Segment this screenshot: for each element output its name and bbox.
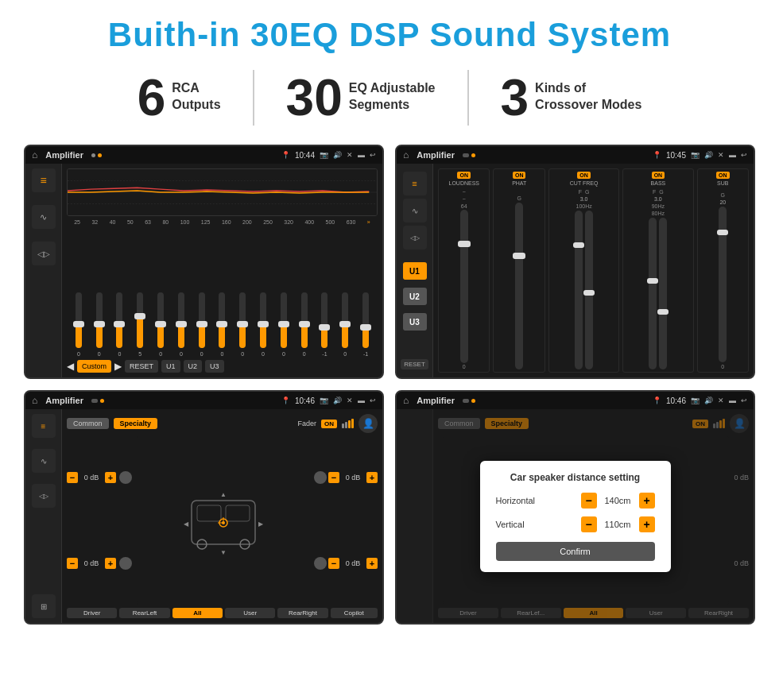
app-title-3: Amplifier bbox=[45, 396, 83, 405]
plus-btn-br[interactable]: + bbox=[366, 558, 378, 569]
eq-val: 0 bbox=[77, 351, 80, 357]
phat-toggle[interactable]: ON bbox=[513, 172, 526, 179]
eq-slider-track[interactable] bbox=[281, 292, 287, 348]
minus-btn-tl[interactable]: − bbox=[67, 472, 78, 483]
loudness-toggle[interactable]: ON bbox=[457, 172, 471, 179]
prev-icon[interactable]: ◀ bbox=[67, 361, 74, 372]
eq-sidebar-btn-3[interactable]: ◁▷ bbox=[32, 242, 56, 265]
settings-icon[interactable]: 👤 bbox=[358, 414, 378, 433]
plus-btn-tr[interactable]: + bbox=[366, 472, 378, 483]
horizontal-plus[interactable]: + bbox=[639, 493, 655, 509]
eq-slider-col: 0 bbox=[253, 292, 273, 357]
cutfreq-slider-2[interactable] bbox=[585, 211, 593, 369]
u2-side-btn[interactable]: U2 bbox=[403, 288, 427, 305]
minus-btn-bl[interactable]: − bbox=[67, 558, 78, 569]
eq-slider-track[interactable] bbox=[76, 292, 82, 348]
eq-slider-track[interactable] bbox=[137, 292, 143, 348]
eq-slider-track[interactable] bbox=[239, 292, 246, 348]
reset-side-btn[interactable]: RESET bbox=[401, 359, 428, 369]
svg-text:◀: ◀ bbox=[184, 520, 189, 528]
vertical-plus[interactable]: + bbox=[639, 516, 655, 532]
u2-btn[interactable]: U2 bbox=[184, 360, 203, 373]
phat-slider[interactable] bbox=[515, 203, 523, 369]
sub-toggle[interactable]: ON bbox=[716, 172, 730, 179]
u3-side-btn[interactable]: U3 bbox=[403, 313, 427, 331]
eq-label: 160 bbox=[222, 219, 231, 225]
eq-slider-track[interactable] bbox=[199, 292, 205, 348]
eq-slider-track[interactable] bbox=[342, 292, 348, 348]
plus-btn-tl[interactable]: + bbox=[105, 472, 116, 483]
home-icon-3[interactable]: ⌂ bbox=[32, 395, 37, 406]
spk-sidebar-btn-1[interactable]: ≡ bbox=[32, 414, 56, 438]
car-svg: ▲ ▼ ◀ ▶ bbox=[180, 485, 267, 556]
status-bar-1: ⌂ Amplifier 📍 10:44 📷 🔊 ✕ ▬ ↩ bbox=[25, 146, 382, 164]
speaker-icon-bl bbox=[119, 557, 132, 570]
eq-slider-track[interactable] bbox=[260, 292, 266, 348]
eq-label: 100 bbox=[180, 219, 190, 225]
home-icon-1[interactable]: ⌂ bbox=[32, 149, 37, 160]
rearright-btn[interactable]: RearRight bbox=[277, 608, 327, 618]
minus-btn-tr[interactable]: − bbox=[328, 472, 339, 483]
eq-val: 0 bbox=[118, 351, 122, 357]
spk-sidebar-btn-4[interactable]: ⊞ bbox=[32, 594, 56, 618]
dist-all-btn: All bbox=[564, 608, 624, 618]
cross-sidebar-btn-2[interactable]: ∿ bbox=[403, 199, 427, 222]
eq-sidebar-btn-2[interactable]: ∿ bbox=[32, 205, 56, 229]
all-btn[interactable]: All bbox=[172, 608, 223, 618]
eq-slider-track[interactable] bbox=[116, 292, 122, 348]
common-tab[interactable]: Common bbox=[67, 418, 109, 429]
spk-sidebar-btn-3[interactable]: ◁▷ bbox=[32, 484, 56, 508]
spk-sidebar-btn-2[interactable]: ∿ bbox=[32, 449, 56, 473]
home-icon-4[interactable]: ⌂ bbox=[403, 395, 409, 406]
vertical-row: Vertical − 110cm + bbox=[496, 516, 655, 532]
time-2: 10:45 bbox=[666, 151, 686, 160]
eq-slider-track[interactable] bbox=[301, 292, 308, 348]
eq-slider-track[interactable] bbox=[96, 292, 103, 348]
feature-eq-text: EQ AdjustableSegments bbox=[349, 72, 436, 114]
cross-sidebar-btn-1[interactable]: ≡ bbox=[403, 172, 427, 195]
sub-slider[interactable] bbox=[719, 207, 727, 362]
custom-btn[interactable]: Custom bbox=[77, 360, 111, 373]
eq-slider-track[interactable] bbox=[321, 292, 327, 348]
eq-sidebar-btn-1[interactable]: ≡ bbox=[32, 168, 56, 192]
dist-fader-bars bbox=[713, 419, 725, 428]
driver-btn[interactable]: Driver bbox=[67, 608, 117, 618]
copilot-btn[interactable]: Copilot bbox=[331, 608, 378, 618]
sub-val: 20 bbox=[719, 199, 726, 205]
cutfreq-slider-1[interactable] bbox=[575, 211, 583, 369]
spk-footer: Driver RearLeft All User RearRight Copil… bbox=[67, 608, 378, 618]
play-icon[interactable]: ▶ bbox=[114, 361, 122, 372]
eq-slider-track[interactable] bbox=[157, 292, 164, 348]
u1-btn[interactable]: U1 bbox=[161, 360, 180, 373]
loudness-scale-top: 64 bbox=[461, 203, 467, 209]
bass-slider-1[interactable] bbox=[649, 218, 657, 369]
cutfreq-toggle[interactable]: ON bbox=[577, 172, 591, 179]
plus-btn-bl[interactable]: + bbox=[105, 558, 116, 569]
u1-side-btn[interactable]: U1 bbox=[403, 262, 427, 280]
loudness-slider[interactable] bbox=[460, 210, 468, 363]
vertical-minus[interactable]: − bbox=[581, 516, 597, 532]
fader-on-badge[interactable]: ON bbox=[321, 420, 337, 428]
rearleft-btn[interactable]: RearLeft bbox=[119, 608, 169, 618]
user-btn[interactable]: User bbox=[225, 608, 275, 618]
home-icon-2[interactable]: ⌂ bbox=[403, 149, 409, 160]
bass-toggle[interactable]: ON bbox=[652, 172, 665, 179]
feature-rca: 6 RCAOutputs bbox=[106, 72, 253, 123]
dot-4 bbox=[471, 153, 475, 157]
eq-slider-track[interactable] bbox=[362, 292, 369, 348]
confirm-btn[interactable]: Confirm bbox=[496, 542, 655, 561]
minus-btn-br[interactable]: − bbox=[328, 558, 339, 569]
cross-sidebar-btn-3[interactable]: ◁▷ bbox=[403, 226, 427, 249]
reset-btn[interactable]: RESET bbox=[125, 360, 158, 373]
eq-arrow[interactable]: » bbox=[367, 219, 370, 225]
u3-btn[interactable]: U3 bbox=[205, 360, 224, 373]
specialty-tab[interactable]: Specialty bbox=[114, 418, 158, 429]
status-bar-3: ⌂ Amplifier 📍 10:46 📷 🔊 ✕ ▬ ↩ bbox=[25, 392, 382, 409]
bass-slider-2[interactable] bbox=[659, 218, 667, 369]
horizontal-minus[interactable]: − bbox=[581, 493, 597, 509]
close-icon-3: ✕ bbox=[347, 396, 353, 404]
db-val-br: 0 dB bbox=[341, 559, 365, 567]
dot-6 bbox=[100, 399, 104, 403]
eq-slider-track[interactable] bbox=[219, 292, 225, 348]
eq-slider-track[interactable] bbox=[178, 292, 184, 348]
